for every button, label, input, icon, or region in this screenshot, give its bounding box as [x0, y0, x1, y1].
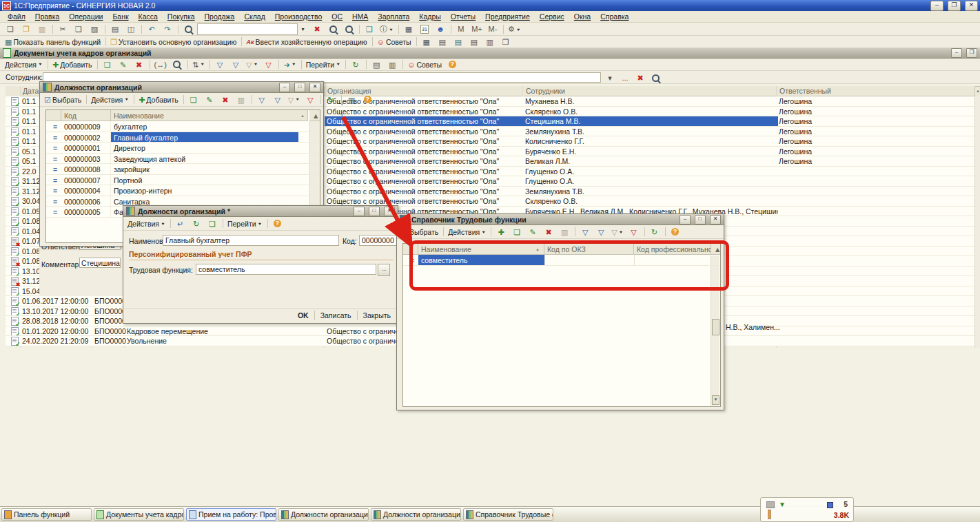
filter-clear-button[interactable]: ▽	[261, 59, 276, 71]
redo-button[interactable]: ↷	[160, 23, 175, 35]
add-copy-button[interactable]: ❏	[186, 94, 201, 106]
menu-item[interactable]: Банк	[108, 12, 133, 21]
filter-settings-button[interactable]: ▽	[578, 226, 593, 238]
delete-button[interactable]: ✖	[132, 59, 147, 71]
reread-button[interactable]: ↻	[189, 218, 204, 230]
menu-item[interactable]: Предприятие	[480, 12, 535, 21]
menu-item[interactable]: ОС	[327, 12, 347, 21]
positions-maximize-button[interactable]: □	[294, 83, 305, 92]
enter-operation-button[interactable]: Ак Ввести хозяйственную операцию	[244, 36, 369, 48]
edit-button[interactable]: ✎	[525, 226, 540, 238]
set-main-org-button[interactable]: ❐ Установить основную организацию	[108, 36, 238, 48]
filter-button[interactable]: ▽	[228, 59, 243, 71]
delete-button[interactable]: ✖	[541, 226, 556, 238]
paste-button[interactable]: ▨	[87, 23, 102, 35]
edit-button[interactable]: ✎	[116, 59, 131, 71]
print-preview-button[interactable]: ◫	[123, 23, 139, 35]
menu-item[interactable]: Склад	[239, 12, 269, 21]
list-item[interactable]: = 000000004 Провизор-интерн	[46, 185, 320, 196]
print-button[interactable]: ▤	[108, 23, 123, 35]
refresh-button[interactable]: ↻	[323, 94, 338, 106]
filter-clear-button[interactable]: ▽	[303, 94, 318, 106]
extra-catalog-button[interactable]: ❐	[498, 36, 513, 48]
menu-item[interactable]: Правка	[30, 12, 64, 21]
add-button[interactable]: ✚	[493, 226, 509, 238]
comment-field[interactable]: Стецишина	[79, 258, 121, 268]
calendar-button[interactable]: 31	[417, 23, 432, 35]
open-button[interactable]: ❐	[19, 23, 34, 35]
column-header-name[interactable]: Наименование	[111, 110, 308, 121]
ok-button[interactable]: OK	[292, 311, 314, 320]
calc-m-minus-button[interactable]: M-	[485, 23, 500, 35]
filter-settings-button[interactable]: ▽	[254, 94, 269, 106]
journal-minimize-button[interactable]: –	[951, 48, 962, 58]
ref-scrollbar[interactable]: ▼	[711, 255, 719, 406]
capture-widget[interactable]: ▼ 5 3.8K	[760, 497, 854, 522]
list-item[interactable]: = 000000001 Директор	[46, 143, 320, 154]
column-header-code[interactable]: Код	[61, 110, 111, 121]
service-button[interactable]: ⚙	[506, 23, 523, 35]
go-button[interactable]: ➜	[281, 59, 298, 71]
filter-by-value-button[interactable]: ▽	[286, 94, 302, 106]
copy-doc-button[interactable]: ❑	[362, 23, 377, 35]
menu-item[interactable]: Отчеты	[446, 12, 480, 21]
menu-item[interactable]: Справка	[595, 12, 633, 21]
minimize-button[interactable]: –	[930, 1, 943, 11]
interval-button[interactable]: (↔)	[152, 59, 169, 71]
employee-clear-button[interactable]: ✖	[633, 72, 648, 84]
edit-button[interactable]: ✎	[202, 94, 217, 106]
info-button[interactable]: ⓘ	[378, 23, 396, 35]
go-menu[interactable]: Перейти	[225, 218, 265, 230]
positions-close-button[interactable]: ✕	[309, 83, 320, 92]
help-button[interactable]: ?	[360, 94, 375, 106]
search-dropdown-button[interactable]: ▾	[298, 23, 308, 35]
actions-menu[interactable]: Действия	[125, 218, 167, 230]
help-button[interactable]: ?	[445, 59, 460, 71]
actions-menu[interactable]: Действия	[89, 94, 131, 106]
positions-minimize-button[interactable]: –	[279, 83, 290, 92]
cut-button[interactable]: ✂	[55, 23, 70, 35]
print-button[interactable]: ▤	[369, 59, 384, 71]
close-form-button[interactable]: Закрыть	[357, 311, 396, 320]
list-item[interactable]: = 000000009 бухгалтер	[46, 121, 320, 132]
extra-sheet-button[interactable]: ▥	[482, 36, 498, 48]
search-input[interactable]	[197, 23, 298, 35]
menu-item[interactable]: Файл	[3, 12, 30, 21]
extra-print-button[interactable]: ▤	[451, 36, 466, 48]
task-reception[interactable]: Прием на работу: Проведен	[186, 508, 276, 521]
menu-item[interactable]: Касса	[134, 12, 163, 21]
extra-table-button[interactable]: ▤	[435, 36, 450, 48]
add-copy-button[interactable]: ❏	[100, 59, 115, 71]
scroll-down-icon[interactable]: ▼	[712, 395, 719, 405]
filter-button[interactable]: ▽	[270, 94, 285, 106]
menu-item[interactable]: Зарплата	[373, 12, 414, 21]
actions-menu[interactable]: Действия	[446, 226, 488, 238]
users-button[interactable]: ☻	[433, 23, 448, 35]
tips-button[interactable]: ☺ Советы	[375, 36, 414, 48]
menu-item[interactable]: Окна	[569, 12, 595, 21]
task-journal[interactable]: Документы учета кадров о...	[94, 508, 184, 521]
refresh-button[interactable]: ↻	[348, 59, 363, 71]
new-button[interactable]: ❏	[3, 23, 18, 35]
delete-button[interactable]: ✖	[218, 94, 233, 106]
sort-indicator-icon[interactable]: ▲	[974, 86, 980, 97]
save-button[interactable]: ▥	[234, 94, 249, 106]
save-button[interactable]: ▥	[557, 226, 572, 238]
calc-m-button[interactable]: M	[453, 23, 469, 35]
actions-menu[interactable]: Действия	[3, 59, 45, 71]
ref-minimize-button[interactable]: –	[680, 215, 691, 225]
filter-button[interactable]: ▽	[593, 226, 609, 238]
list-item[interactable]: = совместитель	[403, 255, 720, 266]
labor-function-select-button[interactable]: ...	[378, 264, 390, 276]
write-button[interactable]: Записать	[314, 311, 357, 320]
columns-button[interactable]: ▥	[385, 59, 400, 71]
menu-item[interactable]: Кадры	[414, 12, 445, 21]
column-header-okz[interactable]: Код по ОКЗ	[544, 244, 634, 255]
menu-item[interactable]: НМА	[347, 12, 373, 21]
menu-item[interactable]: Производство	[270, 12, 327, 21]
filter-settings-button[interactable]: ▽	[212, 59, 227, 71]
menu-item[interactable]: Сервис	[535, 12, 569, 21]
form-minimize-button[interactable]: –	[354, 207, 365, 216]
calc-m-plus-button[interactable]: M+	[469, 23, 484, 35]
select-button[interactable]: ☑ Выбрать	[42, 94, 83, 106]
